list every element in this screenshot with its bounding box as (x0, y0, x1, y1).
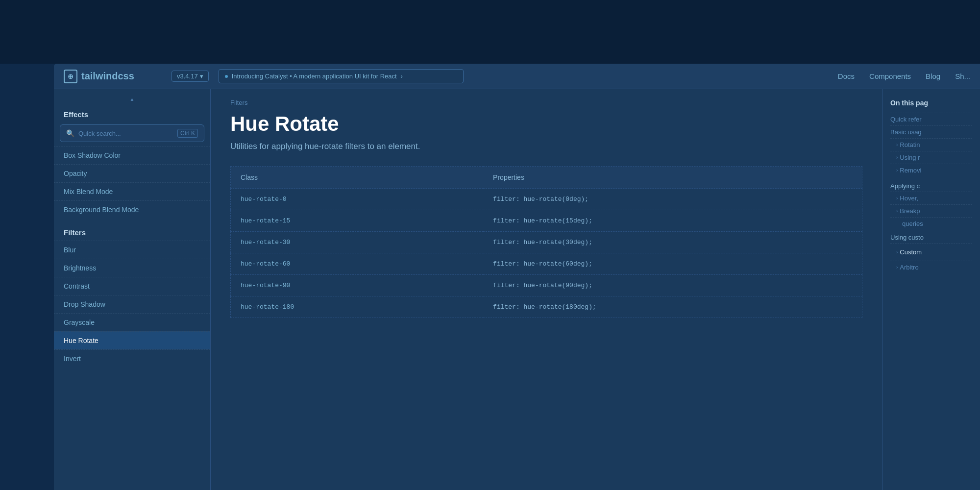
class-cell: hue-rotate-30 (231, 232, 484, 253)
table-row: hue-rotate-60 filter: hue-rotate(60deg); (231, 253, 862, 275)
nav-link-docs[interactable]: Docs (838, 72, 855, 80)
toc-label: Rotatin (900, 141, 920, 148)
props-cell: filter: hue-rotate(180deg); (483, 296, 862, 318)
toc-item-queries[interactable]: queries (890, 217, 972, 230)
toc-label-custom: Custom (900, 246, 922, 258)
sidebar-item-invert[interactable]: Invert (54, 349, 210, 368)
sidebar-item-grayscale[interactable]: Grayscale (54, 313, 210, 331)
table-body: hue-rotate-0 filter: hue-rotate(0deg); h… (231, 189, 862, 318)
announcement-text: Introducing Catalyst • A modern applicat… (232, 73, 397, 80)
col-header-class: Class (231, 167, 484, 189)
toc-item-hover[interactable]: › Hover, (890, 192, 972, 204)
search-box[interactable]: 🔍 Quick search... Ctrl K (60, 124, 204, 142)
table-row: hue-rotate-30 filter: hue-rotate(30deg); (231, 232, 862, 253)
logo-area: ⊕ tailwindcss (64, 70, 162, 83)
sidebar-item-brightness[interactable]: Brightness (54, 259, 210, 277)
toc-item-rotating[interactable]: › Rotatin (890, 138, 972, 151)
version-badge[interactable]: v3.4.17 ▾ (172, 71, 209, 82)
toc-label: Hover, (900, 195, 918, 202)
class-cell: hue-rotate-180 (231, 296, 484, 318)
version-chevron: ▾ (200, 73, 203, 80)
top-background (0, 0, 980, 64)
reference-table: Class Properties hue-rotate-0 filter: hu… (230, 166, 862, 318)
toc-chevron-icon: › (896, 155, 898, 160)
props-cell: filter: hue-rotate(60deg); (483, 253, 862, 275)
props-cell: filter: hue-rotate(15deg); (483, 210, 862, 232)
nav-links: Docs Components Blog Sh... (838, 72, 970, 80)
browser-window: ⊕ tailwindcss v3.4.17 ▾ Introducing Cata… (54, 64, 980, 490)
main-content: ▲ Effects 🔍 Quick search... Ctrl K Box S… (54, 89, 980, 490)
toc-label: Arbitro (900, 264, 918, 271)
toc-label: Using r (900, 154, 920, 161)
props-cell: filter: hue-rotate(90deg); (483, 275, 862, 296)
nav-link-blog[interactable]: Blog (926, 72, 940, 80)
version-text: v3.4.17 (177, 73, 198, 80)
content-area: Filters Hue Rotate Utilities for applyin… (211, 89, 882, 490)
announcement-arrow: › (401, 73, 403, 80)
using-custom-section: Using custo (890, 230, 972, 243)
sidebar: ▲ Effects 🔍 Quick search... Ctrl K Box S… (54, 89, 211, 490)
table-row: hue-rotate-0 filter: hue-rotate(0deg); (231, 189, 862, 210)
toc-label: Removi (900, 167, 921, 174)
toc-item-basic-usage[interactable]: Basic usag (890, 125, 972, 138)
search-placeholder: Quick search... (78, 130, 173, 137)
announcement-bar[interactable]: Introducing Catalyst • A modern applicat… (219, 69, 464, 83)
toc-chevron-icon: › (896, 168, 898, 173)
nav-link-components[interactable]: Components (869, 72, 911, 80)
toc-chevron-icon: › (896, 249, 898, 255)
breadcrumb: Filters (230, 99, 862, 106)
table-header: Class Properties (231, 167, 862, 189)
logo-text: tailwindcss (81, 71, 134, 82)
sidebar-item-contrast[interactable]: Contrast (54, 277, 210, 295)
class-cell: hue-rotate-90 (231, 275, 484, 296)
toc-label: Breakp (900, 207, 920, 215)
table-row: hue-rotate-180 filter: hue-rotate(180deg… (231, 296, 862, 318)
toc-item-removing[interactable]: › Removi (890, 164, 972, 176)
toc-item-breakpoint[interactable]: › Breakp (890, 204, 972, 217)
sidebar-item-box-shadow-color[interactable]: Box Shadow Color (54, 146, 210, 164)
right-sidebar: On this pag Quick refer Basic usag › Rot… (882, 89, 980, 490)
navigation-bar: ⊕ tailwindcss v3.4.17 ▾ Introducing Cata… (54, 64, 980, 89)
col-header-props: Properties (483, 167, 862, 189)
nav-link-more[interactable]: Sh... (955, 72, 970, 80)
page-title: Hue Rotate (230, 112, 862, 136)
toc-chevron-icon: › (896, 196, 898, 201)
scroll-indicator: ▲ (54, 94, 210, 104)
effects-section-header: Effects (54, 104, 210, 122)
toc-chevron-icon: › (896, 265, 898, 270)
table-row: hue-rotate-90 filter: hue-rotate(90deg); (231, 275, 862, 296)
toc-item-arbitrary[interactable]: › Arbitro (890, 261, 972, 273)
logo-icon: ⊕ (64, 70, 77, 83)
props-cell: filter: hue-rotate(30deg); (483, 232, 862, 253)
right-sidebar-title: On this pag (890, 99, 972, 107)
sidebar-item-background-blend-mode[interactable]: Background Blend Mode (54, 200, 210, 219)
props-cell: filter: hue-rotate(0deg); (483, 189, 862, 210)
sidebar-item-hue-rotate[interactable]: Hue Rotate (54, 331, 210, 349)
toc-item-quick-ref[interactable]: Quick refer (890, 113, 972, 125)
table-row: hue-rotate-15 filter: hue-rotate(15deg); (231, 210, 862, 232)
announcement-dot (225, 75, 228, 78)
page-subtitle: Utilities for applying hue-rotate filter… (230, 142, 862, 151)
class-cell: hue-rotate-0 (231, 189, 484, 210)
sidebar-item-opacity[interactable]: Opacity (54, 164, 210, 182)
toc-item-using-r[interactable]: › Using r (890, 151, 972, 164)
sidebar-item-drop-shadow[interactable]: Drop Shadow (54, 295, 210, 313)
sidebar-item-blur[interactable]: Blur (54, 241, 210, 259)
class-cell: hue-rotate-15 (231, 210, 484, 232)
search-icon: 🔍 (66, 129, 74, 137)
filters-section-header: Filters (54, 222, 210, 241)
class-cell: hue-rotate-60 (231, 253, 484, 275)
toc-item-custom[interactable]: › Custom (890, 243, 972, 261)
toc-chevron-icon: › (896, 142, 898, 147)
search-keyboard-shortcut: Ctrl K (177, 129, 198, 138)
toc-chevron-icon: › (896, 208, 898, 214)
sidebar-item-mix-blend-mode[interactable]: Mix Blend Mode (54, 182, 210, 200)
applying-section-header: Applying c (890, 178, 972, 192)
